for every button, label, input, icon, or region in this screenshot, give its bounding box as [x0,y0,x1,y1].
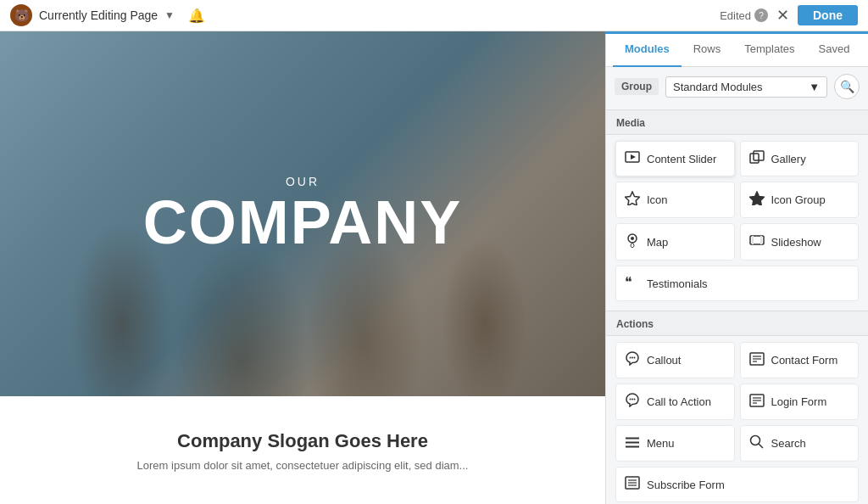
menu-icon [625,436,640,451]
module-callout[interactable]: Callout [615,342,735,378]
call-to-action-label: Call to Action [647,395,711,408]
module-login-form[interactable]: Login Form [740,384,860,420]
hero-company: COMPANY [143,192,463,253]
search-icon [749,434,765,452]
module-menu[interactable]: Menu [615,425,735,462]
gallery-label: Gallery [771,153,806,165]
bell-icon[interactable]: 🔔 [188,8,205,24]
page-title: Currently Editing Page [39,8,158,22]
svg-rect-9 [752,236,754,244]
svg-marker-1 [631,154,636,160]
content-slider-icon [625,151,640,166]
call-to-action-icon [625,393,640,411]
group-select[interactable]: Standard Modules ▼ [665,76,827,98]
svg-rect-10 [760,236,762,244]
module-icon-group[interactable]: Icon Group [740,182,860,218]
svg-point-7 [631,237,634,240]
map-label: Map [647,236,668,249]
section-actions-header: Actions [606,311,868,336]
module-content-slider[interactable]: Content Slider [615,141,735,176]
module-testimonials[interactable]: ❝ Testimonials [615,266,859,301]
close-icon[interactable]: ✕ [776,6,789,25]
svg-point-13 [632,357,633,359]
content-slider-label: Content Slider [647,153,716,165]
module-subscribe-form[interactable]: Subscribe Form [615,467,859,502]
module-icon[interactable]: Icon [615,182,735,218]
module-search[interactable]: Search [740,425,860,462]
map-icon [625,232,640,251]
topbar: 🐻 Currently Editing Page ▼ 🔔 Edited ? ✕ … [0,0,868,31]
avatar: 🐻 [10,4,32,26]
gallery-icon [749,150,765,167]
lorem-text: Lorem ipsum dolor sit amet, consectetuer… [68,459,537,472]
svg-rect-2 [750,154,759,163]
chevron-down-icon: ▼ [809,81,820,93]
canvas-below: Company Slogan Goes Here Lorem ipsum dol… [0,396,605,489]
icon-label: Icon [647,193,668,206]
icon-group-label: Icon Group [771,193,826,206]
callout-label: Callout [647,354,681,367]
page-canvas: OUR COMPANY Company Slogan Goes Here Lor… [0,31,605,504]
svg-point-14 [634,357,636,359]
icon-group-icon [749,191,765,209]
slideshow-icon [749,234,765,249]
topbar-left: 🐻 Currently Editing Page ▼ 🔔 [10,4,205,26]
testimonials-label: Testimonials [647,277,708,290]
svg-line-30 [759,444,763,448]
svg-marker-5 [749,192,764,205]
edited-status: Edited ? [720,8,768,22]
done-button[interactable]: Done [798,5,858,25]
subscribe-form-icon [625,476,640,493]
media-grid: Content Slider Gallery Icon [606,135,868,307]
tab-rows[interactable]: Rows [682,32,733,67]
hero-section: OUR COMPANY [0,31,605,396]
menu-label: Menu [647,437,675,450]
contact-form-label: Contact Form [771,354,838,367]
svg-point-21 [634,399,636,400]
modules-scroll[interactable]: Media Content Slider Gallery [606,106,868,504]
module-contact-form[interactable]: Contact Form [740,342,860,378]
help-icon[interactable]: ? [754,8,768,22]
svg-point-20 [632,399,633,400]
slideshow-label: Slideshow [771,236,821,249]
section-media-header: Media [606,109,868,135]
svg-text:❝: ❝ [625,275,632,288]
panel-tabs: Modules Rows Templates Saved [606,31,868,67]
contact-form-icon [749,352,765,369]
search-label: Search [771,437,806,450]
actions-grid: Callout Contact Form Call to Action [606,336,868,504]
group-select-value: Standard Modules [673,81,763,93]
search-button[interactable]: 🔍 [834,74,860,99]
group-row: Group Standard Modules ▼ 🔍 [606,67,868,106]
slogan-text: Company Slogan Goes Here [68,430,537,452]
right-panel: Modules Rows Templates Saved Group Stand… [605,31,868,504]
svg-marker-4 [626,192,640,205]
tab-saved[interactable]: Saved [807,32,862,67]
svg-point-29 [751,436,760,445]
hero-text: OUR COMPANY [143,175,463,253]
module-slideshow[interactable]: Slideshow [740,223,860,260]
star-icon [625,191,640,209]
tab-modules[interactable]: Modules [613,32,682,67]
hero-our: OUR [143,175,463,188]
subscribe-form-label: Subscribe Form [647,479,725,491]
chevron-down-icon[interactable]: ▼ [164,9,175,21]
tab-templates[interactable]: Templates [732,32,806,67]
testimonials-icon: ❝ [625,275,640,292]
main: OUR COMPANY Company Slogan Goes Here Lor… [0,31,868,504]
svg-point-19 [630,399,632,400]
module-call-to-action[interactable]: Call to Action [615,384,735,420]
callout-icon [625,351,640,369]
svg-point-12 [630,357,632,359]
module-map[interactable]: Map [615,223,735,260]
module-gallery[interactable]: Gallery [740,141,860,176]
login-form-icon [749,394,765,411]
login-form-label: Login Form [771,395,827,408]
topbar-right: Edited ? ✕ Done [720,5,858,25]
group-label: Group [615,78,659,95]
